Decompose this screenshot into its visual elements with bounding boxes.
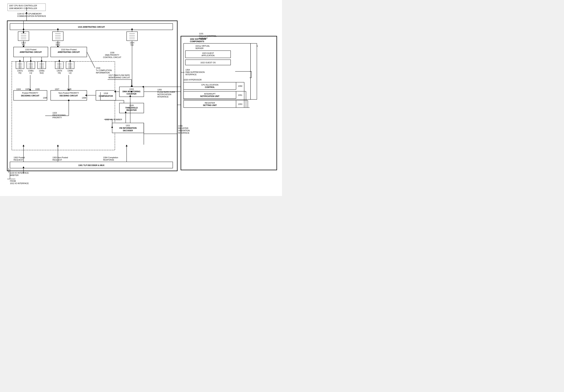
- hqa-label2: HQ: [18, 72, 22, 74]
- arbitrating-circuit-label: 1315 ARBITRATING CIRCUIT: [78, 26, 105, 28]
- dma-priority-label3: CONTROL CIRCUIT: [103, 56, 121, 58]
- posted-priority-label: Posted PRIORITY: [22, 92, 38, 94]
- svg-rect-58: [183, 91, 236, 98]
- register-setting-label2: SETTING UNIT: [203, 104, 217, 106]
- dma-priority-label: 1330: [110, 52, 114, 54]
- threshold-reg-label: 1320: [129, 104, 134, 107]
- register-setting-label: REGISTER: [205, 102, 215, 104]
- threshold-reg-label2: THRESHOLD: [125, 107, 138, 109]
- threshold-reg-label3: REGISTER: [127, 109, 137, 111]
- dma-flow-label2: MONITORING CIRCUIT: [109, 76, 130, 79]
- ref-1306-label: 1306: [82, 97, 86, 99]
- hqb-label2: HQ: [58, 72, 61, 74]
- ref-1324-label: 1324: [16, 88, 21, 90]
- software-components-label2: COMPONENTS: [190, 40, 204, 42]
- tlp-decoder-label: 1301 TLP DECODER & MUX: [78, 164, 105, 166]
- lqb-label: 1308b: [68, 70, 73, 72]
- reg-operation-label2: REGISTER: [178, 127, 188, 129]
- cpu-allocation-label: CPU ALLOCATION: [201, 84, 219, 86]
- reg-operation-label3: OPERATION: [178, 129, 190, 132]
- processing-priority-label: 1323: [53, 112, 57, 114]
- non-posted-priority-label2: DECIDING CIRCUIT: [59, 95, 78, 97]
- svg-rect-9: [53, 32, 63, 41]
- ref-1327-label: 1327: [55, 88, 59, 90]
- non-posted-arb-label: 1310 Non-Posted: [61, 48, 76, 51]
- soq-label2: SoQ: [40, 72, 43, 74]
- posted-arb-label: 1310 Posted: [25, 48, 36, 51]
- virtual-server-label: 1021a VIRTUAL: [195, 45, 210, 47]
- svg-rect-14: [127, 32, 138, 41]
- cpu-bus-label: 1007 CPU BUS CONTROLLER: [9, 4, 37, 7]
- inbound-control-label: 1101: [199, 33, 203, 35]
- ref-1350-label: 1350: [238, 85, 242, 87]
- hypervisor-label: 1020 HYPERVISOR: [183, 79, 202, 81]
- diagram-page: 1315 ARBITRATING CIRCUIT 1301 TLP DECODE…: [0, 0, 282, 196]
- dma-flow-label: 1317 DMA FLOW RATE: [109, 74, 130, 76]
- dma-monitoring-label: 1319: [129, 88, 134, 90]
- flow-rate-label: 1355: [157, 89, 162, 91]
- svg-rect-54: [185, 51, 231, 58]
- ref-1305-label: 1305: [43, 97, 47, 99]
- flow-rate-label4: INTERFACE: [157, 96, 169, 98]
- vm-info-label: 1321: [126, 124, 130, 126]
- processing-priority-label2: PROCESSING: [53, 114, 66, 116]
- guest-app-label: 1023 GUEST: [202, 52, 214, 54]
- comparator-label: 1318: [104, 92, 108, 94]
- posted-req-label: 1302 Posted: [14, 156, 25, 159]
- ref-1325-label: 1325: [25, 88, 30, 90]
- processing-priority-label3: PRIORITY: [53, 116, 62, 119]
- from-io-label: FROM: [10, 180, 16, 182]
- hqb-label: 1307b: [56, 70, 62, 72]
- hqa-label: 1307a: [17, 70, 23, 72]
- svg-rect-57: [183, 82, 236, 89]
- guest-os-label: 1022 GUEST OS: [200, 61, 216, 64]
- reg-operation-label4: INTERFACE: [178, 132, 189, 134]
- svg-rect-59: [183, 100, 236, 108]
- from-io-label2: 1012 IO INTERFACE: [10, 182, 29, 184]
- tx-completion-label: 1316: [96, 67, 100, 69]
- dma-suppression-label: 1354: [185, 69, 190, 71]
- dma-monitoring-label3: COUNTER: [127, 93, 136, 95]
- svg-point-152: [68, 100, 70, 101]
- posted-req-label2: REQUEST: [14, 159, 23, 161]
- vm-info-label2: VM INFORMATION: [119, 127, 137, 129]
- non-posted-req-label2: REQUEST: [53, 159, 62, 161]
- lqb-label2: LQ: [69, 72, 72, 74]
- guest-app-label2: APPLICATION: [201, 55, 214, 56]
- reg-operation-label: 1356: [178, 125, 183, 127]
- lqa-label: 1308a: [28, 70, 34, 72]
- flow-rate-label3: NOTIFICATION: [157, 93, 171, 96]
- vm-number-label: 1322 VM NUMBER: [105, 118, 122, 121]
- vm-info-label3: DECODER: [123, 129, 133, 132]
- lqa-label2: LQ: [29, 72, 32, 74]
- soq-label: 1309a: [39, 70, 44, 72]
- non-posted-req-label: 1303 Non-Posted: [53, 156, 68, 159]
- non-posted-arb-label2: ARBITRATING CIRCUIT: [58, 51, 80, 53]
- inbound-control-label2: Inbound CONTROL: [199, 35, 216, 37]
- svg-point-153: [131, 91, 132, 92]
- posted-priority-label2: DECIDING CIRCUIT: [21, 95, 40, 97]
- interrupt-label: INTERRUPT: [204, 93, 216, 95]
- cpu-allocation-label2: CONTROL: [205, 86, 215, 88]
- io-cpu-label2: COMMUNICATION INTERFACE: [17, 15, 46, 17]
- completion-resp-label: 1304 Completion: [103, 156, 118, 159]
- flow-rate-label2: FLOW RATE OVER: [157, 91, 175, 93]
- tx-completion-label2: Tx COMPLETION: [96, 69, 112, 71]
- posted-arb-label2: ARBITRATING CIRCUIT: [20, 51, 42, 53]
- ref-1351-label: 1351: [238, 94, 242, 96]
- comparator-label2: COMPARATOR: [99, 95, 113, 97]
- io-arbiter-label: 1103 IO INTERFACE: [10, 172, 29, 174]
- software-components-label: 1002 SOFTWARE: [190, 38, 206, 40]
- cpu-bus-label2: 1008 MEMORY CONTROLLER: [9, 7, 37, 9]
- tx-completion-label3: INFORMATION: [96, 72, 110, 74]
- completion-resp-label2: RESPONSE: [103, 159, 114, 161]
- dma-priority-label2: DMA PRIORITY: [105, 54, 120, 56]
- dma-suppression-label3: INTERFACE: [185, 73, 197, 76]
- io-arbiter-label2: ARBITER: [10, 174, 19, 176]
- ref-1353-label: 1353: [238, 103, 242, 105]
- dma-suppression-label2: DMA SUPPRESSION: [185, 71, 205, 73]
- interrupt-label2: NOTIFICATION UNIT: [200, 95, 219, 97]
- virtual-server-label2: SERVER: [195, 47, 203, 49]
- io-cpu-label: 1104 IO TO CPU/MEMORY: [17, 13, 42, 15]
- non-posted-priority-label: Non-Posted PRIORITY: [58, 92, 79, 94]
